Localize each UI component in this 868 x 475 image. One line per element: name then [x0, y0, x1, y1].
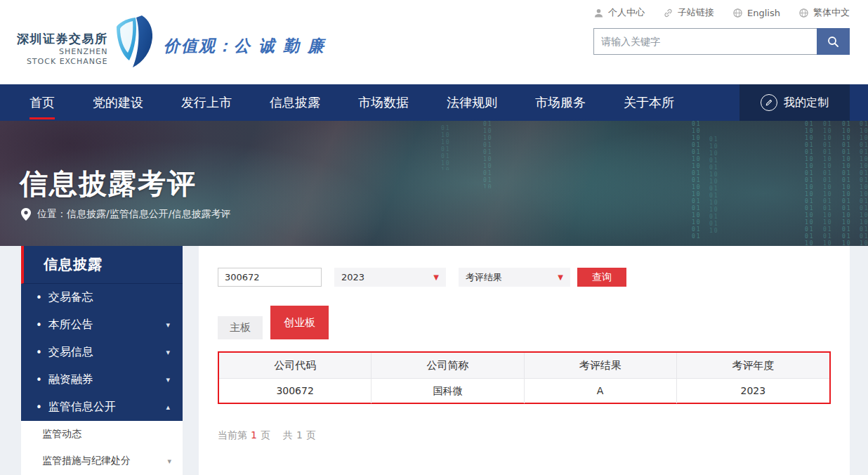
- site-search-input[interactable]: [593, 28, 817, 55]
- main-nav: 首页 党的建设 发行上市 信息披露 市场数据 法律规则 市场服务 关于本所 我的…: [0, 84, 868, 121]
- binary-texture: 0110100101101001011010010110100101101001…: [483, 121, 496, 188]
- search-icon: [827, 35, 840, 48]
- result-select[interactable]: 考评结果 ▼: [459, 268, 570, 287]
- chevron-down-icon: ▾: [167, 457, 171, 466]
- table-header-row: 公司代码 公司简称 考评结果 考评年度: [219, 353, 829, 378]
- sidebar-subitem-label: 监管动态: [42, 428, 81, 441]
- company-code-input[interactable]: [218, 268, 322, 287]
- year-select[interactable]: 2023 ▼: [334, 268, 446, 287]
- col-header-rating-year: 考评年度: [677, 353, 829, 378]
- total-pages-number: 1: [296, 429, 303, 441]
- sidebar-title: 信息披露: [21, 246, 183, 284]
- site-header: 深圳证券交易所 SHENZHEN STOCK EXCHANGE 价值观：公 诚: [0, 0, 868, 84]
- chevron-up-icon: ▴: [166, 403, 170, 412]
- chevron-down-icon: ▾: [166, 320, 170, 330]
- customize-icon: [761, 94, 777, 111]
- sidebar-item-trading-info[interactable]: • 交易信息 ▾: [21, 339, 183, 366]
- utility-link-label: English: [747, 8, 780, 18]
- dropdown-arrow-icon: ▼: [558, 273, 563, 281]
- page-unit: 页: [306, 429, 316, 441]
- sidebar-item-label: 交易信息: [48, 345, 93, 360]
- sidebar-item-trading-memo[interactable]: • 交易备忘: [21, 284, 183, 311]
- pagination-prefix: 当前第: [218, 429, 247, 441]
- nav-item-services[interactable]: 市场服务: [535, 84, 586, 121]
- nav-item-disclosure[interactable]: 信息披露: [270, 84, 320, 121]
- sidebar-subitem-regulatory-measures[interactable]: 监管措施与纪律处分 ▾: [21, 448, 183, 474]
- szse-page: 深圳证券交易所 SHENZHEN STOCK EXCHANGE 价值观：公 诚: [0, 0, 868, 475]
- nav-item-rules[interactable]: 法律规则: [447, 84, 497, 121]
- nav-item-party-building[interactable]: 党的建设: [93, 84, 143, 121]
- traditional-chinese-link[interactable]: 繁体中文: [798, 6, 850, 19]
- site-search-button[interactable]: [817, 28, 850, 55]
- sidebar-menu: • 交易备忘 • 本所公告 ▾ • 交易信息 ▾ • 融资融券 ▾ • 监管信: [21, 284, 183, 421]
- cell-company-code: 300672: [219, 379, 371, 403]
- sidebar-item-label: 融资融券: [48, 372, 93, 387]
- tab-chinext[interactable]: 创业板: [270, 306, 329, 339]
- main-content: 2023 ▼ 考评结果 ▼ 查询 主板 创业板 公司代码 公司简称 考评结果 考…: [199, 246, 850, 475]
- filter-bar: 2023 ▼ 考评结果 ▼ 查询: [218, 268, 831, 287]
- utility-links: 个人中心 子站链接 English: [593, 6, 850, 19]
- sidebar-item-margin-trading[interactable]: • 融资融券 ▾: [21, 366, 183, 393]
- logo-en-line2: STOCK EXCHANGE: [27, 57, 108, 67]
- sub-sites-link[interactable]: 子站链接: [663, 6, 714, 19]
- bullet-icon: •: [36, 346, 42, 359]
- cell-company-name: 国科微: [371, 379, 524, 403]
- sidebar-item-regulatory-disclosure[interactable]: • 监管信息公开 ▴: [21, 393, 183, 421]
- col-header-rating-result: 考评结果: [525, 353, 677, 378]
- sidebar-subitem-regulatory-news[interactable]: 监管动态: [21, 421, 183, 448]
- col-header-company-code: 公司代码: [219, 353, 371, 378]
- sidebar-item-label: 本所公告: [48, 318, 93, 332]
- location-pin-icon: [21, 208, 31, 221]
- query-button[interactable]: 查询: [577, 268, 626, 287]
- binary-texture: 0110100101101001011010010110100101101001…: [823, 121, 836, 246]
- utility-link-label: 子站链接: [678, 6, 714, 19]
- binary-texture: 0110100101101001011010010110100101101001…: [805, 121, 817, 246]
- dropdown-arrow-icon: ▼: [433, 273, 439, 281]
- bullet-icon: •: [36, 319, 42, 332]
- sidebar-subitem-label: 监管措施与纪律处分: [42, 455, 131, 467]
- hero-banner: 0110100101101001011010010110100101101001…: [0, 121, 868, 246]
- my-customization-label: 我的定制: [784, 96, 829, 110]
- pagination: 当前第1页共1页: [218, 429, 831, 442]
- globe-icon: [732, 8, 743, 18]
- bullet-icon: •: [36, 374, 42, 386]
- values-slogan: 价值观：公 诚 勤 廉: [164, 35, 325, 57]
- binary-texture: 0110100101101001011010010110100101101001…: [709, 136, 722, 235]
- nav-item-home[interactable]: 首页: [29, 84, 55, 121]
- szse-logo[interactable]: 深圳证券交易所 SHENZHEN STOCK EXCHANGE: [17, 15, 153, 67]
- bullet-icon: •: [36, 292, 42, 304]
- binary-texture: 0110100101101001011010010110100101101001…: [842, 121, 855, 246]
- binary-texture: 0110100101101001011010010110100101101001…: [692, 121, 704, 240]
- personal-center-link[interactable]: 个人中心: [593, 6, 645, 19]
- nav-item-listing[interactable]: 发行上市: [181, 84, 232, 121]
- tab-main-board[interactable]: 主板: [218, 316, 263, 339]
- sidebar-item-label: 监管信息公开: [48, 400, 116, 415]
- board-tabs: 主板 创业板: [218, 306, 831, 339]
- sidebar-submenu: 监管动态 监管措施与纪律处分 ▾: [21, 421, 183, 474]
- logo-text: 深圳证券交易所 SHENZHEN STOCK EXCHANGE: [17, 31, 108, 67]
- nav-item-market-data[interactable]: 市场数据: [358, 84, 409, 121]
- total-prefix: 共: [283, 429, 293, 441]
- chevron-down-icon: ▾: [166, 348, 170, 357]
- logo-cn-name: 深圳证券交易所: [17, 31, 108, 47]
- link-icon: [663, 8, 673, 18]
- logo-en-line1: SHENZHEN: [59, 47, 107, 57]
- user-icon: [593, 8, 604, 18]
- globe-icon: [798, 8, 809, 18]
- english-link[interactable]: English: [732, 6, 780, 19]
- cell-rating-year: 2023: [677, 379, 829, 403]
- szse-emblem-icon: [114, 15, 153, 67]
- site-search: [593, 28, 850, 55]
- result-select-value: 考评结果: [466, 271, 502, 284]
- page-title: 信息披露考评: [20, 164, 197, 203]
- results-table: 公司代码 公司简称 考评结果 考评年度 300672 国科微 A 2023: [218, 351, 831, 404]
- page-unit: 页: [261, 429, 270, 441]
- my-customization-button[interactable]: 我的定制: [739, 84, 850, 121]
- nav-item-about[interactable]: 关于本所: [624, 84, 674, 121]
- sidebar-item-exchange-announcements[interactable]: • 本所公告 ▾: [21, 311, 183, 339]
- current-page-number: 1: [251, 429, 257, 441]
- sidebar-item-label: 交易备忘: [48, 290, 93, 305]
- table-row: 300672 国科微 A 2023: [219, 378, 829, 403]
- utility-link-label: 繁体中文: [813, 6, 850, 19]
- col-header-company-name: 公司简称: [371, 353, 524, 378]
